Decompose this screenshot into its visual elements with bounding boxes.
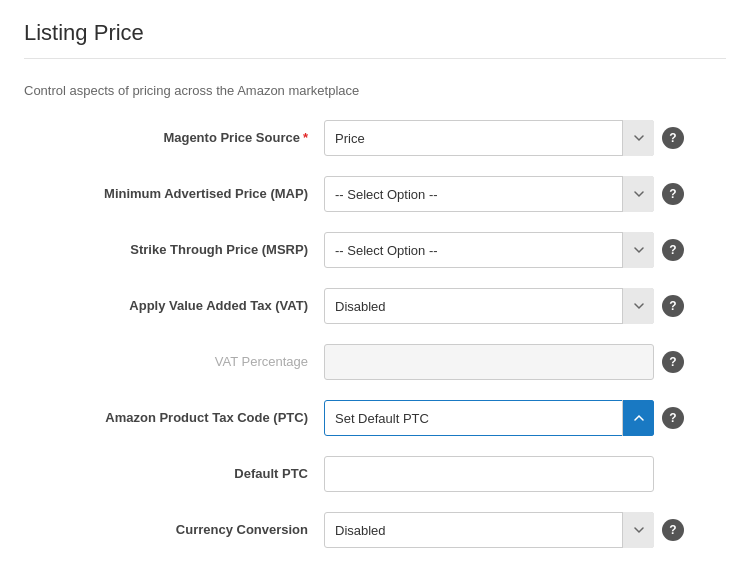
required-indicator: *	[303, 130, 308, 145]
select-wrapper-currency-conversion: Disabled Enabled	[324, 512, 654, 548]
currency-conversion-select[interactable]: Disabled Enabled	[324, 512, 654, 548]
help-icon-msrp[interactable]: ?	[662, 239, 684, 261]
help-icon-vat[interactable]: ?	[662, 295, 684, 317]
control-wrap-default-ptc	[324, 456, 726, 492]
form-container: Magento Price Source* Price Special Pric…	[24, 118, 726, 561]
field-row-vat-percentage: VAT Percentage ?	[24, 342, 726, 382]
page-title: Listing Price	[24, 20, 726, 59]
label-map: Minimum Advertised Price (MAP)	[24, 185, 324, 203]
field-row-msrp: Strike Through Price (MSRP) -- Select Op…	[24, 230, 726, 270]
section-description: Control aspects of pricing across the Am…	[24, 83, 726, 98]
vat-percentage-input[interactable]	[324, 344, 654, 380]
vat-select[interactable]: Disabled Enabled	[324, 288, 654, 324]
control-wrap-currency-conversion: Disabled Enabled ?	[324, 512, 726, 548]
label-ptc: Amazon Product Tax Code (PTC)	[24, 409, 324, 427]
help-icon-ptc[interactable]: ?	[662, 407, 684, 429]
control-wrap-vat: Disabled Enabled ?	[324, 288, 726, 324]
field-row-currency-conversion: Currency Conversion Disabled Enabled ?	[24, 510, 726, 550]
select-wrapper-vat: Disabled Enabled	[324, 288, 654, 324]
control-wrap-vat-percentage: ?	[324, 344, 726, 380]
label-msrp: Strike Through Price (MSRP)	[24, 241, 324, 259]
label-vat-percentage: VAT Percentage	[24, 353, 324, 371]
ptc-select[interactable]: Set Default PTC Do Not Manage PTC	[324, 400, 654, 436]
magento-price-source-select[interactable]: Price Special Price Cost	[324, 120, 654, 156]
label-magento-price-source: Magento Price Source*	[24, 129, 324, 147]
select-wrapper-msrp: -- Select Option -- Price Special Price	[324, 232, 654, 268]
default-ptc-input[interactable]	[324, 456, 654, 492]
select-wrapper-magento-price-source: Price Special Price Cost	[324, 120, 654, 156]
select-wrapper-map: -- Select Option -- Price Special Price	[324, 176, 654, 212]
help-icon-vat-percentage[interactable]: ?	[662, 351, 684, 373]
control-wrap-ptc: Set Default PTC Do Not Manage PTC ?	[324, 400, 726, 436]
field-row-map: Minimum Advertised Price (MAP) -- Select…	[24, 174, 726, 214]
help-icon-map[interactable]: ?	[662, 183, 684, 205]
field-row-default-ptc: Default PTC	[24, 454, 726, 494]
select-wrapper-ptc: Set Default PTC Do Not Manage PTC	[324, 400, 654, 436]
control-wrap-msrp: -- Select Option -- Price Special Price …	[324, 232, 726, 268]
msrp-select[interactable]: -- Select Option -- Price Special Price	[324, 232, 654, 268]
help-icon-currency-conversion[interactable]: ?	[662, 519, 684, 541]
control-wrap-magento-price-source: Price Special Price Cost ?	[324, 120, 726, 156]
help-icon-magento-price-source[interactable]: ?	[662, 127, 684, 149]
control-wrap-map: -- Select Option -- Price Special Price …	[324, 176, 726, 212]
label-default-ptc: Default PTC	[24, 465, 324, 483]
page-container: Listing Price Control aspects of pricing…	[0, 0, 750, 561]
label-currency-conversion: Currency Conversion	[24, 521, 324, 539]
field-row-magento-price-source: Magento Price Source* Price Special Pric…	[24, 118, 726, 158]
field-row-vat: Apply Value Added Tax (VAT) Disabled Ena…	[24, 286, 726, 326]
field-row-ptc: Amazon Product Tax Code (PTC) Set Defaul…	[24, 398, 726, 438]
label-vat: Apply Value Added Tax (VAT)	[24, 297, 324, 315]
map-select[interactable]: -- Select Option -- Price Special Price	[324, 176, 654, 212]
